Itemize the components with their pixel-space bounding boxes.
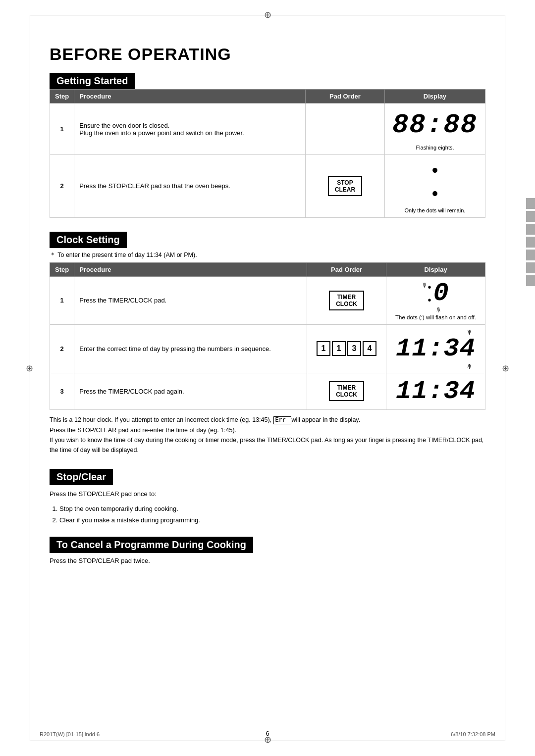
- stop-clear-intro-text: Press the STOP/CLEAR pad once to:: [50, 488, 485, 500]
- footnote-3: If you wish to know the time of day duri…: [50, 435, 485, 455]
- time-display-11-34: \|/ 11:34 /|\: [396, 329, 476, 369]
- main-content: BEFORE OPERATING Getting Started Step Pr…: [40, 45, 495, 564]
- page-number: 6: [266, 730, 269, 737]
- footer-right: 6/8/10 7:32:08 PM: [451, 731, 495, 737]
- time-11-34-text-2: 11:34: [396, 377, 476, 405]
- clock-footnotes: This is a 12 hour clock. If you attempt …: [50, 415, 485, 455]
- display-note: Only the dots will remain.: [405, 207, 466, 213]
- getting-started-table: Step Procedure Pad Order Display 1 Ensur…: [50, 89, 485, 218]
- tab-bar-3: [526, 224, 535, 235]
- clock-setting-header: Clock Setting: [50, 232, 127, 248]
- page-border-left: [30, 15, 30, 741]
- list-item: Clear if you make a mistake during progr…: [59, 514, 485, 526]
- footnote-2: Press the STOP/CLEAR pad and re-enter th…: [50, 425, 485, 435]
- clock-setting-table: Step Procedure Pad Order Display 1 Press…: [50, 262, 485, 410]
- tab-bar-4: [526, 237, 535, 248]
- cross-mark-right: ⊕: [502, 363, 509, 374]
- page-title: BEFORE OPERATING: [50, 45, 485, 64]
- stop-clear-list: Stop the oven temporarily during cooking…: [59, 503, 485, 526]
- step-number: 1: [50, 276, 74, 324]
- num-pad-4: 4: [363, 341, 376, 356]
- pad-order-cell: 1 1 3 4: [307, 324, 386, 373]
- lcd-88-display: 88:88: [390, 107, 480, 143]
- display-wrapper: • • Only the dots will remain.: [390, 159, 480, 213]
- display-cell: \|/ • • 0: [386, 276, 485, 324]
- step-number: 1: [50, 103, 74, 155]
- time-11-34-text: 11:34: [396, 335, 476, 363]
- step-number: 2: [50, 155, 74, 218]
- getting-started-header: Getting Started: [50, 73, 135, 89]
- procedure-text: Press the STOP/CLEAR pad so that the ove…: [74, 155, 306, 218]
- procedure-text: Press the TIMER/CLOCK pad.: [74, 276, 307, 324]
- getting-started-section: Getting Started Step Procedure Pad Order…: [50, 73, 485, 218]
- procedure-text: Press the TIMER/CLOCK pad again.: [74, 373, 307, 409]
- num-pad-1: 1: [317, 341, 330, 356]
- stop-clear-pad: STOPCLEAR: [328, 176, 362, 196]
- num-pad-2: 1: [332, 341, 346, 356]
- display-wrapper: 11:34: [391, 377, 480, 405]
- cancel-programme-section: To Cancel a Programme During Cooking Pre…: [50, 537, 485, 564]
- table-row: 1 Press the TIMER/CLOCK pad. TIMERCLOCK …: [50, 276, 485, 324]
- cancel-programme-text: Press the STOP/CLEAR pad twice.: [50, 557, 485, 564]
- clock-setting-note: ＊ To enter the present time of day 11:34…: [50, 251, 485, 259]
- col-step: Step: [50, 90, 74, 103]
- list-item: Stop the oven temporarily during cooking…: [59, 503, 485, 514]
- col-display: Display: [386, 262, 485, 276]
- col-procedure: Procedure: [74, 90, 306, 103]
- error-display: Err: [273, 416, 292, 424]
- clock-setting-section: Clock Setting ＊ To enter the present tim…: [50, 232, 485, 455]
- procedure-text: Enter the correct time of day by pressin…: [74, 324, 307, 373]
- footer-left: R201T(W) [01-15].indd 6: [40, 731, 100, 737]
- tab-bar-1: [526, 198, 535, 209]
- tab-bar-6: [526, 262, 535, 273]
- display-cell: • • Only the dots will remain.: [384, 155, 485, 218]
- col-pad-order: Pad Order: [305, 90, 384, 103]
- dots-display: • •: [432, 159, 438, 205]
- bottom-antenna: /|\: [468, 363, 471, 369]
- display-cell: 11:34: [386, 373, 485, 409]
- digit-colon-area: • • 0: [428, 281, 448, 306]
- right-side-tabs: [526, 198, 535, 286]
- pad-order-cell: [305, 103, 384, 155]
- display-wrapper: \|/ • • 0: [391, 281, 480, 320]
- timer-clock-pad-2: TIMERCLOCK: [329, 381, 364, 401]
- bottom-antenna: /|\: [428, 306, 448, 312]
- pad-order-cell: TIMERCLOCK: [307, 276, 386, 324]
- col-display: Display: [384, 90, 485, 103]
- tab-bar-2: [526, 211, 535, 222]
- stop-clear-intro: Press the STOP/CLEAR pad once to: Stop t…: [50, 488, 485, 526]
- colon-dots: • •: [428, 282, 431, 305]
- cross-mark-left: ⊕: [26, 363, 33, 374]
- table-row: 1 Ensure the oven door is closed. Plug t…: [50, 103, 485, 155]
- cross-mark-top: ⊕: [264, 11, 271, 19]
- step-number: 2: [50, 324, 74, 373]
- display-wrapper: \|/ 11:34 /|\: [391, 329, 480, 369]
- top-antenna: \|/: [468, 329, 471, 335]
- display-note: Flashing eights.: [416, 145, 454, 151]
- table-row: 2 Enter the correct time of day by press…: [50, 324, 485, 373]
- antenna-display-wrapper: \|/ • • 0: [423, 281, 448, 312]
- footnote-1: This is a 12 hour clock. If you attempt …: [50, 415, 485, 425]
- stop-clear-section: Stop/Clear Press the STOP/CLEAR pad once…: [50, 469, 485, 526]
- display-cell: 88:88 Flashing eights.: [384, 103, 485, 155]
- pad-order-cell: STOPCLEAR: [305, 155, 384, 218]
- zero-digit: 0: [433, 281, 448, 306]
- step-number: 3: [50, 373, 74, 409]
- timer-clock-pad: TIMERCLOCK: [329, 291, 364, 310]
- col-procedure: Procedure: [74, 262, 307, 276]
- cancel-programme-header: To Cancel a Programme During Cooking: [50, 537, 253, 553]
- table-row: 2 Press the STOP/CLEAR pad so that the o…: [50, 155, 485, 218]
- display-cell: \|/ 11:34 /|\: [386, 324, 485, 373]
- table-row: 3 Press the TIMER/CLOCK pad again. TIMER…: [50, 373, 485, 409]
- page-border-right: [505, 15, 505, 741]
- col-pad-order: Pad Order: [307, 262, 386, 276]
- display-note: The dots (:) will flash on and off.: [395, 314, 476, 320]
- tab-bar-7: [526, 275, 535, 286]
- number-pads: 1 1 3 4: [312, 341, 381, 356]
- tab-bar-5: [526, 250, 535, 260]
- col-step: Step: [50, 262, 74, 276]
- stop-clear-header: Stop/Clear: [50, 469, 113, 485]
- num-pad-3: 3: [347, 341, 361, 356]
- pad-order-cell: TIMERCLOCK: [307, 373, 386, 409]
- display-wrapper: 88:88 Flashing eights.: [390, 107, 480, 151]
